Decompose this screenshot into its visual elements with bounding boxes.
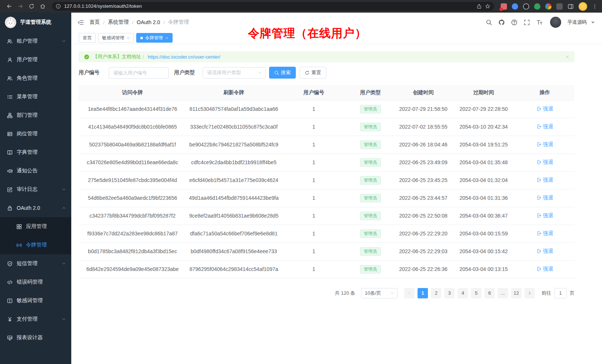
list-icon [7,94,13,100]
tab[interactable]: 令牌管理 [136,33,173,43]
address-bar[interactable]: 127.0.0.1:1024/system/oauth2/token [52,2,494,11]
breadcrumb-item[interactable]: 系统管理 [108,19,129,26]
sidebar-item[interactable]: 角色管理 [0,69,71,87]
sidebar-item-label: 字典管理 [17,149,37,156]
share-icon[interactable] [477,4,482,9]
force-logout-button[interactable]: 强退 [537,230,553,237]
table-row: 502375b8040a469a9b82188afdf6af1fbe90422b… [79,136,575,153]
sidebar-item[interactable]: 部门管理 [0,106,71,125]
page-size-select[interactable]: 10条/页 [361,288,397,298]
force-logout-button[interactable]: 强退 [537,212,553,219]
alert-link[interactable]: https://doc.iocoder.cn/user-center/ [148,54,220,60]
sidebar-item[interactable]: 审计日志 [0,180,71,199]
breadcrumb: 首页/系统管理/OAuth 2.0/令牌管理 [89,19,189,26]
sidebar-item[interactable]: 岗位管理 [0,125,71,143]
page-button[interactable]: 1 [418,288,428,298]
page-button[interactable]: 6 [484,288,495,298]
extension-green-icon[interactable] [534,3,540,10]
extension-colorful-icon[interactable] [545,3,552,10]
sidebar-item[interactable]: 字典管理 [0,143,71,162]
tab-close-icon[interactable] [165,36,169,40]
tab[interactable]: 敏感词管理 [98,33,134,43]
extension-gray-icon[interactable] [556,3,563,10]
reset-button[interactable]: 重置 [300,67,326,79]
goto-page-input[interactable] [554,288,567,298]
force-logout-button[interactable]: 强退 [537,266,553,272]
username[interactable]: 芋道源码 [567,19,587,26]
logout-icon [537,213,542,218]
user-id-input[interactable] [109,67,169,79]
sidebar-item[interactable]: 支付管理 [0,310,71,328]
force-logout-label: 强退 [543,123,553,130]
force-logout-button[interactable]: 强退 [537,177,553,183]
user-type-cell: 管理员 [346,118,395,136]
collapse-sidebar-icon[interactable] [78,19,84,26]
app-logo: 芋道管理系统 [0,13,71,32]
force-logout-button[interactable]: 强退 [537,195,553,201]
sidebar-item[interactable]: 应用管理 [0,217,71,236]
force-logout-button[interactable]: 强退 [537,159,553,166]
breadcrumb-item[interactable]: 首页 [89,19,100,26]
home-icon[interactable] [38,3,48,9]
reload-icon[interactable] [27,3,36,9]
github-icon[interactable] [498,19,505,26]
user-type-badge: 管理员 [360,194,381,202]
caret-down-icon[interactable] [590,19,596,26]
force-logout-button[interactable]: 强退 [537,141,553,148]
page-content: 【用户体系】文档地址： https://doc.iocoder.cn/user-… [71,44,575,298]
sidebar-item[interactable]: 错误码管理 [0,273,71,291]
prev-page-button[interactable] [404,288,415,298]
action-cell: 强退 [515,225,575,242]
next-page-button[interactable] [524,288,535,298]
sidebar-item[interactable]: 报表设计器 [0,328,71,347]
tab[interactable]: 首页 [79,33,96,43]
sidebar-item-label: 角色管理 [17,75,37,82]
access-token-cell: b0d1785bc3a8482f812db4a3f3bd15ec [79,242,186,260]
side-panel-icon[interactable] [567,3,574,10]
force-logout-button[interactable]: 强退 [537,248,553,255]
page-button[interactable]: 4 [458,288,468,298]
page-button[interactable]: 2 [431,288,441,298]
font-size-icon[interactable] [536,19,543,26]
search-button[interactable]: 搜索 [269,67,296,79]
extension-dark-icon[interactable] [523,3,529,10]
sidebar-item[interactable]: 通知公告 [0,162,71,180]
goto-label: 前往 [542,290,551,297]
sidebar-item[interactable]: 用户管理 [0,50,71,69]
access-token-cell: 54d6be82ee5a460a9aedc1f9bf223656 [79,189,186,207]
site-info-icon[interactable] [56,4,61,9]
help-icon[interactable] [511,19,517,26]
sidebar-item[interactable]: 短信管理 [0,254,71,273]
fullscreen-icon[interactable] [524,19,530,26]
alert-close-icon[interactable] [565,55,569,59]
monitor-icon [7,335,13,341]
back-icon[interactable] [4,3,14,9]
tab-close-icon[interactable] [127,36,130,40]
book-icon [7,150,13,155]
user-type-select[interactable]: 请选择用户类型 [203,67,266,79]
user-avatar[interactable] [550,17,561,28]
users-icon [7,76,13,81]
force-logout-button[interactable]: 强退 [537,123,553,130]
page-button[interactable]: 12 [511,288,521,298]
browser-menu-icon[interactable] [592,4,598,9]
forward-icon[interactable] [16,3,25,9]
access-token-cell: f9336e7c7dd242a283ee98dc86b17a87 [79,225,186,242]
sidebar-item[interactable]: 令牌管理 [0,236,71,254]
page-button[interactable]: 5 [471,288,481,298]
sidebar-item[interactable]: 菜单管理 [0,87,71,106]
sidebar-item[interactable]: 租户管理 [0,32,71,50]
bookmark-star-icon[interactable] [485,4,490,9]
page-button[interactable]: 3 [444,288,455,298]
sidebar-item[interactable]: OAuth 2.0 [0,199,71,217]
extension-blue-icon[interactable] [512,3,518,10]
more-pages-button[interactable]: ... [498,288,508,298]
breadcrumb-item[interactable]: OAuth 2.0 [137,19,160,25]
user-id-cell: 1 [281,207,346,225]
extension-badge-icon[interactable] [501,3,507,10]
sidebar-item[interactable]: 敏感词管理 [0,291,71,310]
force-logout-button[interactable]: 强退 [537,106,553,112]
search-icon[interactable] [486,19,492,26]
created-cell: 2022-07-29 21:58:50 [395,100,452,118]
browser-profile-avatar[interactable] [579,2,587,11]
